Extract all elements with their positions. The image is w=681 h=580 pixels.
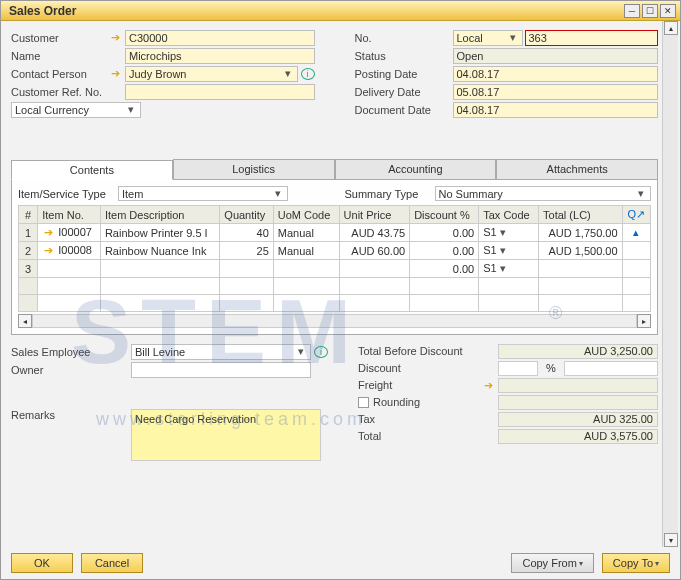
- scroll-right-icon[interactable]: ▸: [637, 314, 651, 328]
- scroll-track[interactable]: [32, 314, 637, 328]
- cell-itemno[interactable]: ➔I00008: [38, 242, 101, 260]
- cell-disc[interactable]: 0.00: [410, 242, 479, 260]
- chevron-down-icon[interactable]: ▾: [295, 345, 307, 358]
- left-column: Customer ➔ C30000 Name Microchips Contac…: [11, 29, 315, 119]
- col-expand[interactable]: Q↗: [622, 206, 650, 224]
- copyto-button[interactable]: Copy To▾: [602, 553, 670, 573]
- cell-scroll[interactable]: [622, 260, 650, 278]
- cell-uom[interactable]: [273, 260, 339, 278]
- cell-tax[interactable]: S1 ▾: [479, 242, 539, 260]
- tab-contents[interactable]: Contents: [11, 160, 173, 180]
- cref-field[interactable]: [125, 84, 315, 100]
- currency-field[interactable]: Local Currency ▾: [11, 102, 141, 118]
- itemservice-field[interactable]: Item ▾: [118, 186, 288, 201]
- col-price[interactable]: Unit Price: [339, 206, 410, 224]
- total-label: Total: [358, 430, 498, 442]
- rounding-value: [498, 395, 658, 410]
- owner-field[interactable]: [131, 362, 311, 378]
- copyfrom-button[interactable]: Copy From▾: [511, 553, 593, 573]
- chevron-down-icon[interactable]: ▾: [125, 103, 137, 116]
- cell-total[interactable]: AUD 1,750.00: [539, 224, 622, 242]
- col-desc[interactable]: Item Description: [100, 206, 219, 224]
- cell-scroll[interactable]: ▴: [622, 224, 650, 242]
- no-value-field[interactable]: 363: [525, 30, 659, 46]
- cell-uom[interactable]: Manual: [273, 242, 339, 260]
- contact-value: Judy Brown: [129, 68, 186, 80]
- table-row[interactable]: 2➔I00008Rainbow Nuance Ink25ManualAUD 60…: [19, 242, 651, 260]
- chevron-down-icon[interactable]: ▾: [507, 31, 519, 44]
- disc-val-field[interactable]: [564, 361, 658, 376]
- rounding-checkbox[interactable]: [358, 397, 369, 408]
- docdate-label: Document Date: [355, 104, 453, 116]
- currency-value: Local Currency: [15, 104, 89, 116]
- cell-itemno[interactable]: ➔I00007: [38, 224, 101, 242]
- goto-arrow-icon[interactable]: ➔: [109, 32, 121, 44]
- scroll-left-icon[interactable]: ◂: [18, 314, 32, 328]
- maximize-button[interactable]: ☐: [642, 4, 658, 18]
- customer-field[interactable]: C30000: [125, 30, 315, 46]
- chevron-down-icon[interactable]: ▾: [282, 67, 294, 80]
- cell-desc[interactable]: Rainbow Printer 9.5 I: [100, 224, 219, 242]
- remarks-label: Remarks: [11, 409, 131, 421]
- cell-disc[interactable]: 0.00: [410, 260, 479, 278]
- col-itemno[interactable]: Item No.: [38, 206, 101, 224]
- summary-field[interactable]: No Summary ▾: [435, 186, 652, 201]
- remarks-field[interactable]: Need Cargo Reservation: [131, 409, 321, 461]
- scroll-track[interactable]: [664, 35, 678, 533]
- scroll-down-icon[interactable]: ▾: [664, 533, 678, 547]
- col-disc[interactable]: Discount %: [410, 206, 479, 224]
- cell-qty[interactable]: 40: [220, 224, 273, 242]
- cell-scroll[interactable]: [622, 242, 650, 260]
- table-row[interactable]: [19, 278, 651, 295]
- items-table: # Item No. Item Description Quantity UoM…: [18, 205, 651, 312]
- tab-attachments[interactable]: Attachments: [496, 159, 658, 179]
- goto-arrow-icon[interactable]: ➔: [109, 68, 121, 80]
- cell-desc[interactable]: Rainbow Nuance Ink: [100, 242, 219, 260]
- tab-logistics[interactable]: Logistics: [173, 159, 335, 179]
- footer-block: Sales Employee Bill Levine ▾ i Owner Rem…: [11, 343, 658, 462]
- goto-arrow-icon[interactable]: ➔: [482, 379, 494, 391]
- table-row[interactable]: 1➔I00007Rainbow Printer 9.5 I40ManualAUD…: [19, 224, 651, 242]
- cell-total[interactable]: AUD 1,500.00: [539, 242, 622, 260]
- scroll-up-icon[interactable]: ▴: [664, 21, 678, 35]
- cell-price[interactable]: [339, 260, 410, 278]
- table-row[interactable]: 30.00S1 ▾: [19, 260, 651, 278]
- ok-button[interactable]: OK: [11, 553, 73, 573]
- chevron-down-icon[interactable]: ▾: [635, 187, 647, 200]
- salesemp-field[interactable]: Bill Levine ▾: [131, 344, 311, 360]
- name-field[interactable]: Microchips: [125, 48, 315, 64]
- col-qty[interactable]: Quantity: [220, 206, 273, 224]
- info-icon[interactable]: i: [314, 346, 328, 358]
- cell-qty[interactable]: 25: [220, 242, 273, 260]
- cell-itemno[interactable]: [38, 260, 101, 278]
- col-uom[interactable]: UoM Code: [273, 206, 339, 224]
- cell-desc[interactable]: [100, 260, 219, 278]
- chevron-down-icon[interactable]: ▾: [272, 187, 284, 200]
- table-hscroll[interactable]: ◂ ▸: [18, 314, 651, 328]
- minimize-button[interactable]: ─: [624, 4, 640, 18]
- percent-sign: %: [538, 362, 564, 374]
- cell-price[interactable]: AUD 60.00: [339, 242, 410, 260]
- close-button[interactable]: ✕: [660, 4, 676, 18]
- contact-field[interactable]: Judy Brown ▾: [125, 66, 298, 82]
- main-vscroll[interactable]: ▴ ▾: [662, 21, 678, 547]
- cell-tax[interactable]: S1 ▾: [479, 224, 539, 242]
- col-tax[interactable]: Tax Code: [479, 206, 539, 224]
- info-icon[interactable]: i: [301, 68, 315, 80]
- posting-field[interactable]: 04.08.17: [453, 66, 659, 82]
- cancel-button[interactable]: Cancel: [81, 553, 143, 573]
- col-num[interactable]: #: [19, 206, 38, 224]
- cell-qty[interactable]: [220, 260, 273, 278]
- cell-uom[interactable]: Manual: [273, 224, 339, 242]
- disc-pct-field[interactable]: [498, 361, 538, 376]
- cell-disc[interactable]: 0.00: [410, 224, 479, 242]
- tab-accounting[interactable]: Accounting: [335, 159, 497, 179]
- cell-total[interactable]: [539, 260, 622, 278]
- delivery-field[interactable]: 05.08.17: [453, 84, 659, 100]
- cell-tax[interactable]: S1 ▾: [479, 260, 539, 278]
- table-row[interactable]: [19, 295, 651, 312]
- docdate-field[interactable]: 04.08.17: [453, 102, 659, 118]
- cell-price[interactable]: AUD 43.75: [339, 224, 410, 242]
- no-type-field[interactable]: Local ▾: [453, 30, 523, 46]
- col-total[interactable]: Total (LC): [539, 206, 622, 224]
